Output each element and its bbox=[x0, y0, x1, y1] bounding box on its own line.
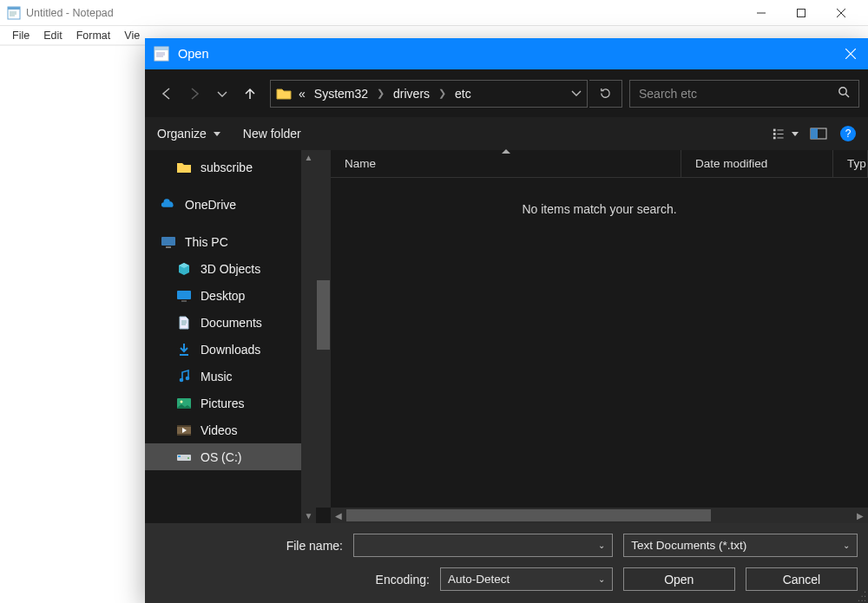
breadcrumb-seg-etc[interactable]: etc bbox=[455, 87, 471, 101]
videos-icon bbox=[176, 423, 192, 438]
tree-item-subscribe[interactable]: subscribe bbox=[145, 154, 316, 180]
notepad-titlebar: Untitled - Notepad bbox=[0, 0, 868, 26]
scroll-left-icon[interactable]: ◀ bbox=[331, 511, 346, 521]
svg-rect-39 bbox=[177, 425, 191, 427]
column-type[interactable]: Typ bbox=[833, 150, 868, 177]
folder-icon bbox=[276, 87, 292, 101]
empty-message: No items match your search. bbox=[331, 178, 868, 508]
svg-point-34 bbox=[180, 377, 184, 382]
svg-rect-28 bbox=[177, 291, 191, 299]
chevron-down-icon: ⌄ bbox=[843, 541, 850, 550]
main-scrollbar[interactable] bbox=[316, 150, 331, 508]
cancel-button[interactable]: Cancel bbox=[746, 567, 858, 591]
nav-recent-button[interactable] bbox=[209, 80, 235, 108]
nav-bar: « System32 ❯ drivers ❯ etc bbox=[145, 69, 868, 117]
dialog-title: Open bbox=[178, 47, 833, 61]
close-button[interactable] bbox=[821, 0, 861, 25]
svg-rect-1 bbox=[8, 7, 20, 10]
menu-edit[interactable]: Edit bbox=[36, 28, 69, 43]
scroll-down-icon[interactable]: ▼ bbox=[305, 511, 313, 521]
svg-point-16 bbox=[839, 87, 846, 94]
svg-rect-10 bbox=[155, 47, 168, 50]
tree-item-this-pc[interactable]: This PC bbox=[145, 228, 316, 255]
column-name[interactable]: Name bbox=[331, 150, 681, 177]
horizontal-scrollbar[interactable]: ◀ ▶ bbox=[331, 508, 868, 523]
breadcrumb-seg-drivers[interactable]: drivers bbox=[393, 87, 430, 101]
filetype-combo[interactable]: Text Documents (*.txt)⌄ bbox=[623, 534, 858, 557]
filename-label: File name: bbox=[155, 539, 353, 553]
svg-rect-18 bbox=[773, 129, 776, 132]
tree-item-os-c[interactable]: OS (C:) bbox=[145, 443, 316, 470]
nav-up-button[interactable] bbox=[237, 80, 263, 108]
desktop-icon bbox=[176, 288, 192, 304]
address-dropdown[interactable] bbox=[571, 86, 582, 102]
tree-item-downloads[interactable]: Downloads bbox=[145, 336, 316, 363]
column-date-modified[interactable]: Date modified bbox=[681, 150, 833, 177]
documents-icon bbox=[176, 315, 192, 331]
tree-item-videos[interactable]: Videos bbox=[145, 416, 316, 443]
scroll-right-icon[interactable]: ▶ bbox=[852, 511, 868, 521]
open-dialog-icon bbox=[154, 46, 169, 62]
nav-tree: subscribe OneDrive This PC 3D Objects De… bbox=[145, 150, 316, 523]
chevron-right-icon[interactable]: ❯ bbox=[377, 88, 385, 99]
refresh-button[interactable] bbox=[589, 80, 622, 108]
tree-item-documents[interactable]: Documents bbox=[145, 309, 316, 336]
tree-item-onedrive[interactable]: OneDrive bbox=[145, 191, 316, 218]
menu-format[interactable]: Format bbox=[69, 28, 118, 43]
organize-button[interactable]: Organize bbox=[157, 127, 220, 141]
new-folder-button[interactable]: New folder bbox=[243, 127, 301, 141]
search-input[interactable] bbox=[639, 87, 838, 101]
downloads-icon bbox=[176, 342, 192, 357]
svg-point-43 bbox=[187, 457, 189, 459]
maximize-button[interactable] bbox=[781, 0, 821, 25]
address-bar[interactable]: « System32 ❯ drivers ❯ etc bbox=[270, 80, 588, 108]
notepad-icon bbox=[7, 6, 21, 20]
menu-view[interactable]: Vie bbox=[117, 28, 147, 43]
tree-item-music[interactable]: Music bbox=[145, 363, 316, 390]
svg-rect-26 bbox=[161, 237, 175, 246]
notepad-title: Untitled - Notepad bbox=[26, 7, 741, 19]
tree-item-desktop[interactable]: Desktop bbox=[145, 282, 316, 309]
tree-item-3d-objects[interactable]: 3D Objects bbox=[145, 255, 316, 282]
filename-combo[interactable]: ⌄ bbox=[353, 534, 613, 557]
dialog-close-button[interactable] bbox=[833, 38, 868, 69]
minimize-button[interactable] bbox=[741, 0, 781, 25]
onedrive-icon bbox=[161, 197, 176, 213]
help-button[interactable]: ? bbox=[840, 126, 856, 141]
view-mode-button[interactable] bbox=[773, 123, 799, 144]
this-pc-icon bbox=[161, 234, 176, 250]
menu-file[interactable]: File bbox=[5, 28, 36, 43]
chevron-down-icon bbox=[214, 132, 220, 136]
pictures-icon bbox=[176, 396, 192, 411]
chevron-down-icon: ⌄ bbox=[598, 574, 605, 584]
encoding-combo[interactable]: Auto-Detect⌄ bbox=[440, 567, 613, 591]
tree-scrollbar[interactable]: ▲▼ bbox=[301, 150, 316, 523]
search-box[interactable] bbox=[629, 80, 859, 108]
svg-rect-6 bbox=[798, 9, 806, 16]
encoding-label: Encoding: bbox=[155, 573, 440, 587]
resize-grip[interactable]: .. .. . . bbox=[858, 587, 865, 600]
svg-rect-27 bbox=[166, 246, 171, 248]
svg-rect-42 bbox=[178, 456, 181, 457]
svg-rect-25 bbox=[811, 128, 818, 139]
breadcrumb-prefix[interactable]: « bbox=[299, 87, 306, 101]
breadcrumb-seg-system32[interactable]: System32 bbox=[314, 87, 368, 101]
dialog-titlebar[interactable]: Open bbox=[145, 38, 868, 69]
svg-rect-19 bbox=[773, 133, 776, 135]
tree-item-pictures[interactable]: Pictures bbox=[145, 390, 316, 416]
scroll-up-icon[interactable]: ▲ bbox=[305, 153, 313, 162]
toolbar: Organize New folder ? bbox=[145, 117, 868, 150]
preview-pane-button[interactable] bbox=[806, 123, 832, 144]
folder-icon bbox=[176, 160, 192, 175]
chevron-down-icon: ⌄ bbox=[598, 541, 605, 550]
chevron-right-icon[interactable]: ❯ bbox=[438, 88, 446, 99]
nav-forward-button[interactable] bbox=[181, 80, 207, 108]
open-button[interactable]: Open bbox=[623, 567, 735, 591]
bottom-panel: File name: ⌄ Text Documents (*.txt)⌄ Enc… bbox=[145, 523, 868, 603]
nav-back-button[interactable] bbox=[154, 80, 180, 108]
file-list-pane: Name Date modified Typ No items match yo… bbox=[316, 150, 868, 523]
svg-line-17 bbox=[845, 94, 849, 97]
column-headers: Name Date modified Typ bbox=[331, 150, 868, 178]
3d-objects-icon bbox=[176, 261, 192, 277]
search-icon[interactable] bbox=[838, 86, 850, 102]
